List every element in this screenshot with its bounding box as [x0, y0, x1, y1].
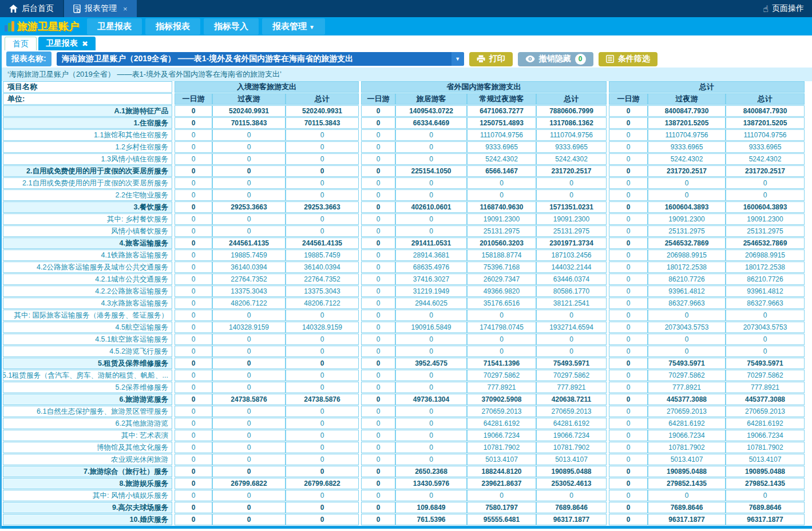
- chevron-down-icon: ▼: [309, 24, 315, 30]
- cell-value: 0: [395, 213, 467, 225]
- cell-value: 1387201.5205: [726, 117, 805, 129]
- nav-item-indicator-report[interactable]: 指标报表: [145, 18, 200, 35]
- row-label: 4.2公路旅客运输服务及城市公共交通服务: [3, 261, 172, 273]
- cell-value: 64281.6192: [536, 418, 607, 429]
- nav-item-indicator-import[interactable]: 指标导入: [204, 18, 259, 35]
- print-label: 打印: [489, 54, 505, 64]
- row-label: 其中: 风情小镇娱乐服务: [3, 490, 172, 501]
- cell-value: 96317.1877: [536, 514, 607, 525]
- cell-value: 0: [648, 177, 726, 189]
- top-tab-close-icon[interactable]: ×: [123, 5, 128, 13]
- cell-value: 0: [467, 177, 536, 189]
- cell-value: 0: [175, 141, 212, 153]
- cell-value: 188244.8120: [467, 466, 536, 477]
- cell-value: 75396.7168: [467, 261, 536, 273]
- cell-value: 49366.9820: [467, 286, 536, 297]
- report-subtitle: ‘海南旅游卫星账户（2019全省） ——表1-境外及省外国内游客在海南省的旅游支…: [2, 68, 812, 81]
- cell-value: 0: [175, 358, 212, 369]
- row-label: 4.1铁路旅客运输服务: [3, 249, 172, 261]
- cell-value: 75493.5971: [726, 358, 805, 369]
- home-icon: [9, 5, 18, 13]
- cell-value: 5242.4302: [467, 153, 536, 165]
- cell-value: 445377.3088: [648, 394, 726, 405]
- cell-value: 1110704.9756: [536, 129, 607, 141]
- cell-value: 140328.9159: [286, 322, 359, 333]
- cell-value: 9333.6965: [648, 141, 726, 153]
- col-header: 过夜游: [212, 93, 286, 105]
- top-tab-home[interactable]: 后台首页: [0, 0, 63, 17]
- col-header: 总计: [286, 93, 359, 105]
- cell-value: 777.8921: [726, 382, 805, 393]
- cell-value: 0: [361, 394, 395, 405]
- table-row: A.1旅游特征产品0520240.9931520240.993101409543…: [3, 105, 812, 117]
- cell-value: 370902.5908: [467, 394, 536, 405]
- cell-value: 445377.3088: [726, 394, 805, 405]
- tab-satellite-report[interactable]: 卫星报表 ✖: [38, 37, 96, 50]
- cell-value: 2546532.7869: [726, 237, 805, 249]
- cell-value: 0: [395, 177, 467, 189]
- unhide-label: 撤销隐藏: [539, 54, 571, 64]
- cell-value: 0: [395, 430, 467, 441]
- top-tab-report[interactable]: 报表管理 ×: [64, 0, 137, 17]
- cell-value: 0: [536, 310, 607, 321]
- filter-button[interactable]: 条件筛选: [599, 52, 657, 66]
- cell-value: 279852.1435: [648, 478, 726, 489]
- cell-value: 0: [467, 490, 536, 501]
- cell-value: 0: [648, 490, 726, 501]
- cell-value: 0: [609, 129, 648, 141]
- tab-home[interactable]: 首页: [5, 37, 37, 50]
- cell-value: 86327.9663: [648, 298, 726, 309]
- cell-value: 520240.9931: [286, 105, 359, 117]
- table-row: 7.旅游综合（旅行社）服务00002650.2368188244.8120190…: [3, 466, 812, 477]
- row-label: 3.餐饮服务: [3, 201, 172, 213]
- print-button[interactable]: 打印: [469, 52, 513, 66]
- row-label: 8.旅游娱乐服务: [3, 478, 172, 489]
- cell-value: 1741798.0745: [467, 322, 536, 333]
- cell-value: 0: [175, 189, 212, 201]
- cell-value: 0: [212, 442, 286, 453]
- cell-value: 0: [361, 225, 395, 237]
- cell-value: 0: [175, 165, 212, 177]
- cell-value: 0: [175, 382, 212, 393]
- cell-value: 1110704.9756: [648, 129, 726, 141]
- cell-value: 0: [212, 153, 286, 165]
- cell-value: 86210.7726: [726, 274, 805, 285]
- col-header: 总计: [726, 93, 805, 105]
- cell-value: 22764.7352: [286, 274, 359, 285]
- nav-item-satellite-report[interactable]: 卫星报表: [87, 18, 142, 35]
- cell-value: 0: [286, 442, 359, 453]
- cell-value: 0: [361, 141, 395, 153]
- cell-value: 7689.8646: [648, 502, 726, 513]
- cell-value: 0: [395, 346, 467, 357]
- cell-value: 109.6849: [395, 502, 467, 513]
- cell-value: 0: [361, 237, 395, 249]
- cell-value: 1409543.0722: [395, 105, 467, 117]
- cell-value: 777.8921: [467, 382, 536, 393]
- select-arrow-icon[interactable]: ▼: [451, 52, 464, 66]
- unhide-button[interactable]: 撤销隐藏 0: [518, 52, 593, 66]
- row-label: 6.旅游游览服务: [3, 394, 172, 405]
- cell-value: 6566.1467: [467, 165, 536, 177]
- row-label: 4.3水路旅客运输服务: [3, 298, 172, 309]
- cell-value: 0: [286, 370, 359, 381]
- cell-value: 0: [467, 189, 536, 201]
- cell-value: 0: [212, 334, 286, 345]
- page-actions-button[interactable]: ☝ 页面操作: [755, 0, 812, 17]
- cell-value: 0: [175, 514, 212, 525]
- row-label: 其中: 乡村餐饮服务: [3, 213, 172, 225]
- cell-value: 180172.2538: [726, 261, 805, 273]
- nav-item-report-manage[interactable]: 报表管理▼: [262, 18, 325, 35]
- cell-value: 0: [175, 478, 212, 489]
- cell-value: 0: [361, 346, 395, 357]
- page-actions-label: 页面操作: [772, 3, 804, 14]
- col-header: 一日游: [361, 93, 395, 105]
- cell-value: 19091.2300: [648, 213, 726, 225]
- row-label: 5.2保养维修服务: [3, 382, 172, 393]
- close-icon[interactable]: ✖: [82, 39, 88, 48]
- table-row: 1.住宿服务070115.384370115.3843066334.646912…: [3, 117, 812, 129]
- cell-value: 2650.2368: [395, 466, 467, 477]
- cell-value: 2073043.5753: [726, 322, 805, 333]
- row-label: 5.1租赁服务（含汽车、房车、游艇的租赁、帆船、...: [3, 370, 172, 381]
- report-select[interactable]: 海南旅游卫星账户（2019全省） ——表1-境外及省外国内游客在海南省的旅游支出…: [57, 52, 464, 66]
- cell-value: 9333.6965: [536, 141, 607, 153]
